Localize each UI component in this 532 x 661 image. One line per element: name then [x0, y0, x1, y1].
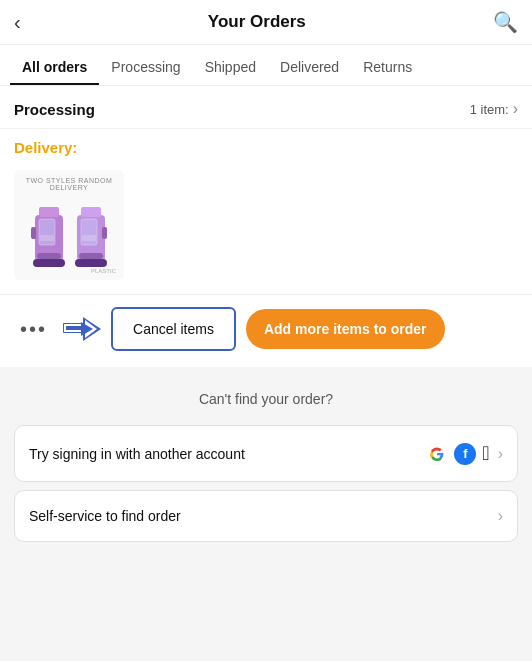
svg-rect-6 — [40, 235, 54, 241]
signin-card-right: f  › — [426, 442, 503, 465]
product-box[interactable]: TWO STYLES RANDOM DELIVERY — [14, 170, 124, 280]
svg-rect-4 — [39, 219, 55, 245]
order-header-right[interactable]: 1 item: › — [470, 100, 518, 118]
tab-delivered[interactable]: Delivered — [268, 45, 351, 85]
cancel-items-button[interactable]: Cancel items — [115, 311, 232, 347]
google-icon — [426, 443, 448, 465]
self-service-label: Self-service to find order — [29, 508, 181, 524]
order-section: Processing 1 item: › Delivery: TWO STYLE… — [0, 86, 532, 367]
svg-rect-13 — [82, 235, 96, 241]
signin-chevron-icon: › — [498, 445, 503, 463]
signin-card[interactable]: Try signing in with another account f  … — [14, 425, 518, 482]
svg-rect-11 — [81, 219, 97, 245]
search-icon[interactable]: 🔍 — [493, 10, 518, 34]
cant-find-text: Can't find your order? — [0, 375, 532, 417]
svg-rect-9 — [79, 253, 103, 259]
signin-card-label: Try signing in with another account — [29, 446, 245, 462]
arrow-indicator — [63, 315, 101, 343]
tab-all-orders[interactable]: All orders — [10, 45, 99, 85]
add-items-button[interactable]: Add more items to order — [246, 309, 445, 349]
action-row: ••• Cancel items Add more it — [0, 294, 532, 367]
facebook-icon: f — [454, 443, 476, 465]
svg-rect-3 — [31, 227, 36, 239]
svg-rect-5 — [33, 259, 65, 267]
order-header: Processing 1 item: › — [0, 86, 532, 129]
apple-icon:  — [482, 442, 489, 465]
more-options-button[interactable]: ••• — [14, 318, 53, 341]
tab-processing[interactable]: Processing — [99, 45, 192, 85]
self-service-chevron-icon: › — [498, 507, 503, 525]
arrow-icon — [63, 315, 101, 343]
svg-rect-10 — [102, 227, 107, 239]
product-image — [29, 195, 109, 273]
top-bar: ‹ Your Orders 🔍 — [0, 0, 532, 45]
order-status-title: Processing — [14, 101, 95, 118]
product-image-area: TWO STYLES RANDOM DELIVERY — [0, 162, 532, 294]
svg-rect-18 — [66, 326, 82, 330]
delivery-label: Delivery: — [0, 129, 532, 162]
order-chevron-icon: › — [513, 100, 518, 118]
item-count: 1 item: — [470, 102, 509, 117]
svg-rect-12 — [75, 259, 107, 267]
svg-rect-2 — [37, 253, 61, 259]
back-icon[interactable]: ‹ — [14, 11, 21, 34]
content-area: Processing 1 item: › Delivery: TWO STYLE… — [0, 86, 532, 566]
svg-rect-8 — [81, 207, 101, 217]
page-title: Your Orders — [208, 12, 306, 32]
self-service-card-right: › — [496, 507, 503, 525]
product-sub-label: PLASTIC — [91, 268, 116, 274]
tabs-bar: All orders Processing Shipped Delivered … — [0, 45, 532, 86]
tab-returns[interactable]: Returns — [351, 45, 424, 85]
self-service-card[interactable]: Self-service to find order › — [14, 490, 518, 542]
product-box-label: TWO STYLES RANDOM DELIVERY — [14, 177, 124, 191]
cancel-button-wrapper: Cancel items — [111, 307, 236, 351]
svg-rect-1 — [39, 207, 59, 217]
tab-shipped[interactable]: Shipped — [193, 45, 268, 85]
